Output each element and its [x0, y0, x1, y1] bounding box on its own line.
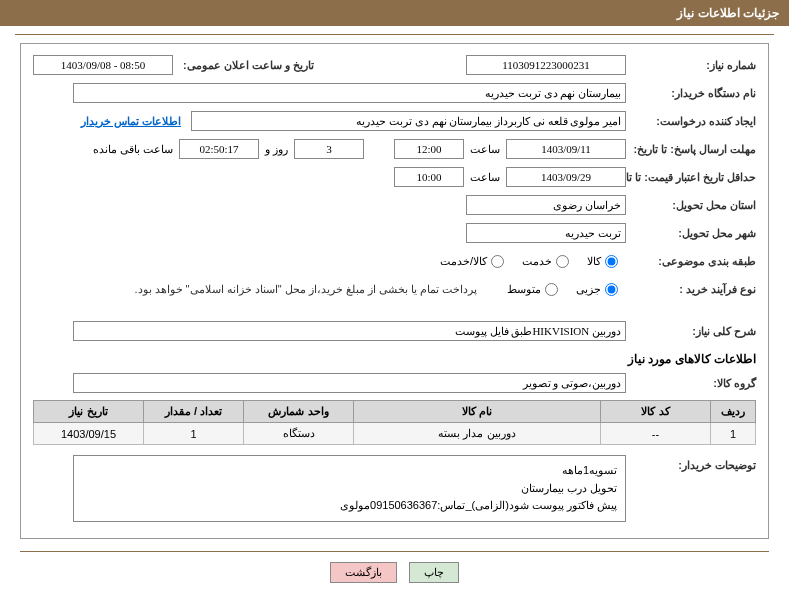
buyer-notes-line-2: تحویل درب بیمارستان: [82, 480, 617, 498]
requester-label: ایجاد کننده درخواست:: [626, 115, 756, 128]
main-panel: شماره نیاز: تاریخ و ساعت اعلان عمومی: نا…: [20, 43, 769, 539]
deadline-date-field[interactable]: [506, 139, 626, 159]
cell-unit: دستگاه: [244, 423, 354, 445]
cell-row: 1: [711, 423, 756, 445]
back-button[interactable]: بازگشت: [330, 562, 397, 583]
col-date: تاریخ نیاز: [34, 401, 144, 423]
button-row: چاپ بازگشت: [20, 551, 769, 591]
items-table: ردیف کد کالا نام کالا واحد شمارش تعداد /…: [33, 400, 756, 445]
category-radio-group: کالا خدمت کالا/خدمت: [440, 255, 618, 268]
category-goods-option[interactable]: کالا: [587, 255, 618, 268]
process-medium-option[interactable]: متوسط: [507, 283, 558, 296]
goods-group-label: گروه کالا:: [626, 377, 756, 390]
buyer-notes-box: تسویه1ماهه تحویل درب بیمارستان پیش فاکتو…: [73, 455, 626, 522]
summary-field[interactable]: [73, 321, 626, 341]
days-remaining-field[interactable]: [294, 139, 364, 159]
cell-date: 1403/09/15: [34, 423, 144, 445]
print-button[interactable]: چاپ: [409, 562, 459, 583]
col-code: کد کالا: [601, 401, 711, 423]
deadline-time-field[interactable]: [394, 139, 464, 159]
col-qty: تعداد / مقدار: [144, 401, 244, 423]
col-unit: واحد شمارش: [244, 401, 354, 423]
buyer-notes-line-3: پیش فاکتور پیوست شود(الزامی)_تماس:091506…: [82, 497, 617, 515]
validity-label: حداقل تاریخ اعتبار قیمت: تا تاریخ:: [626, 171, 756, 184]
buyer-notes-label: توضیحات خریدار:: [626, 455, 756, 472]
city-field[interactable]: [466, 223, 626, 243]
process-partial-option[interactable]: جزیی: [576, 283, 618, 296]
time-word-2: ساعت: [470, 171, 500, 184]
buyer-contact-link[interactable]: اطلاعات تماس خریدار: [81, 115, 181, 128]
summary-label: شرح کلی نیاز:: [626, 325, 756, 338]
table-header-row: ردیف کد کالا نام کالا واحد شمارش تعداد /…: [34, 401, 756, 423]
province-field[interactable]: [466, 195, 626, 215]
process-type-label: نوع فرآیند خرید :: [626, 283, 756, 296]
category-label: طبقه بندی موضوعی:: [626, 255, 756, 268]
requester-field[interactable]: [191, 111, 626, 131]
response-deadline-label: مهلت ارسال پاسخ: تا تاریخ:: [626, 143, 756, 156]
buyer-org-label: نام دستگاه خریدار:: [626, 87, 756, 100]
announce-datetime-label: تاریخ و ساعت اعلان عمومی:: [183, 59, 314, 72]
remaining-word: ساعت باقی مانده: [93, 143, 173, 156]
time-word-1: ساعت: [470, 143, 500, 156]
goods-group-field[interactable]: [73, 373, 626, 393]
announce-datetime-field[interactable]: [33, 55, 173, 75]
process-radio-group: جزیی متوسط: [507, 283, 618, 296]
validity-date-field[interactable]: [506, 167, 626, 187]
time-remaining-field[interactable]: [179, 139, 259, 159]
buyer-notes-line-1: تسویه1ماهه: [82, 462, 617, 480]
col-row: ردیف: [711, 401, 756, 423]
days-word: روز و: [265, 143, 288, 156]
panel-header: جزئیات اطلاعات نیاز: [0, 0, 789, 26]
table-row: 1 -- دوربین مدار بسته دستگاه 1 1403/09/1…: [34, 423, 756, 445]
buyer-org-field[interactable]: [73, 83, 626, 103]
cell-code: --: [601, 423, 711, 445]
goods-section-title: اطلاعات کالاهای مورد نیاز: [33, 352, 756, 366]
divider: [15, 34, 774, 35]
col-name: نام کالا: [354, 401, 601, 423]
validity-time-field[interactable]: [394, 167, 464, 187]
cell-qty: 1: [144, 423, 244, 445]
city-label: شهر محل تحویل:: [626, 227, 756, 240]
province-label: استان محل تحویل:: [626, 199, 756, 212]
payment-note: پرداخت تمام یا بخشی از مبلغ خرید،از محل …: [134, 283, 477, 296]
cell-name: دوربین مدار بسته: [354, 423, 601, 445]
category-both-option[interactable]: کالا/خدمت: [440, 255, 504, 268]
need-number-label: شماره نیاز:: [626, 59, 756, 72]
category-service-option[interactable]: خدمت: [522, 255, 569, 268]
need-number-field[interactable]: [466, 55, 626, 75]
